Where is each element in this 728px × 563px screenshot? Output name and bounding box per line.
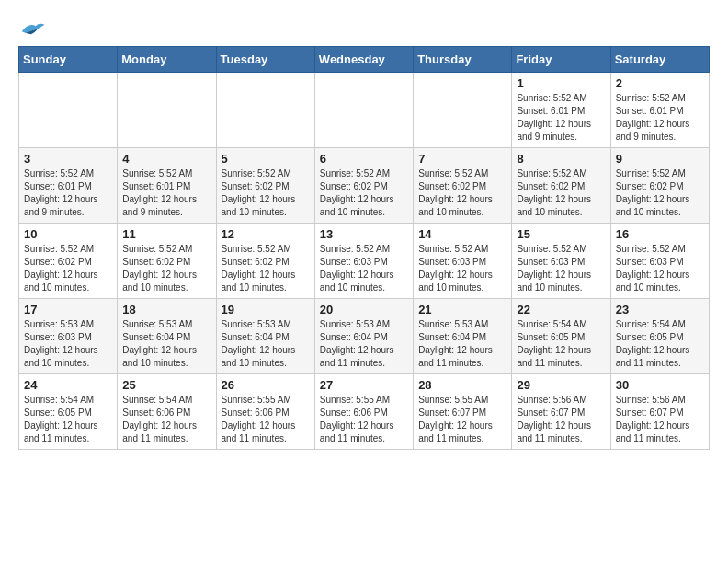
day-number: 21 bbox=[418, 303, 506, 316]
day-number: 20 bbox=[320, 303, 408, 316]
calendar-cell bbox=[19, 73, 118, 148]
day-number: 27 bbox=[320, 378, 408, 392]
day-number: 14 bbox=[418, 227, 506, 241]
day-number: 23 bbox=[616, 303, 704, 316]
day-number: 5 bbox=[222, 152, 310, 166]
calendar-cell: 7Sunrise: 5:52 AM Sunset: 6:02 PM Daylig… bbox=[414, 148, 512, 224]
calendar-cell: 19Sunrise: 5:53 AM Sunset: 6:04 PM Dayli… bbox=[216, 299, 314, 374]
day-info: Sunrise: 5:56 AM Sunset: 6:07 PM Dayligh… bbox=[517, 394, 605, 445]
day-info: Sunrise: 5:54 AM Sunset: 6:05 PM Dayligh… bbox=[517, 318, 605, 370]
day-info: Sunrise: 5:52 AM Sunset: 6:02 PM Dayligh… bbox=[122, 243, 210, 294]
day-info: Sunrise: 5:52 AM Sunset: 6:03 PM Dayligh… bbox=[320, 243, 408, 294]
day-info: Sunrise: 5:52 AM Sunset: 6:02 PM Dayligh… bbox=[616, 167, 704, 219]
calendar-week-1: 1Sunrise: 5:52 AM Sunset: 6:01 PM Daylig… bbox=[19, 73, 710, 148]
page-header bbox=[18, 18, 710, 37]
calendar-cell: 25Sunrise: 5:54 AM Sunset: 6:06 PM Dayli… bbox=[118, 374, 216, 450]
day-number: 1 bbox=[517, 76, 605, 90]
day-number: 2 bbox=[616, 76, 704, 90]
calendar-week-3: 10Sunrise: 5:52 AM Sunset: 6:02 PM Dayli… bbox=[19, 224, 710, 299]
calendar-cell: 1Sunrise: 5:52 AM Sunset: 6:01 PM Daylig… bbox=[512, 73, 610, 148]
calendar-table: SundayMondayTuesdayWednesdayThursdayFrid… bbox=[18, 46, 710, 450]
logo-bird-icon bbox=[18, 18, 46, 37]
calendar-cell bbox=[314, 73, 413, 148]
day-number: 15 bbox=[517, 227, 605, 241]
weekday-header-tuesday: Tuesday bbox=[216, 47, 314, 73]
day-number: 17 bbox=[24, 303, 112, 316]
calendar-cell: 29Sunrise: 5:56 AM Sunset: 6:07 PM Dayli… bbox=[512, 374, 610, 450]
calendar-cell: 4Sunrise: 5:52 AM Sunset: 6:01 PM Daylig… bbox=[118, 148, 216, 224]
day-info: Sunrise: 5:52 AM Sunset: 6:02 PM Dayligh… bbox=[222, 243, 310, 294]
calendar-cell: 16Sunrise: 5:52 AM Sunset: 6:03 PM Dayli… bbox=[610, 224, 709, 299]
calendar-cell: 11Sunrise: 5:52 AM Sunset: 6:02 PM Dayli… bbox=[118, 224, 216, 299]
day-info: Sunrise: 5:53 AM Sunset: 6:04 PM Dayligh… bbox=[418, 318, 506, 370]
day-number: 30 bbox=[616, 378, 704, 392]
calendar-week-2: 3Sunrise: 5:52 AM Sunset: 6:01 PM Daylig… bbox=[19, 148, 710, 224]
day-info: Sunrise: 5:52 AM Sunset: 6:01 PM Dayligh… bbox=[616, 92, 704, 144]
day-number: 24 bbox=[24, 378, 112, 392]
day-info: Sunrise: 5:52 AM Sunset: 6:01 PM Dayligh… bbox=[517, 92, 605, 144]
day-info: Sunrise: 5:52 AM Sunset: 6:02 PM Dayligh… bbox=[24, 243, 112, 294]
calendar-cell: 13Sunrise: 5:52 AM Sunset: 6:03 PM Dayli… bbox=[314, 224, 413, 299]
calendar-cell: 21Sunrise: 5:53 AM Sunset: 6:04 PM Dayli… bbox=[414, 299, 512, 374]
day-number: 4 bbox=[122, 152, 210, 166]
weekday-header-thursday: Thursday bbox=[414, 47, 512, 73]
day-info: Sunrise: 5:55 AM Sunset: 6:07 PM Dayligh… bbox=[418, 394, 506, 445]
day-info: Sunrise: 5:53 AM Sunset: 6:04 PM Dayligh… bbox=[320, 318, 408, 370]
day-number: 26 bbox=[222, 378, 310, 392]
day-info: Sunrise: 5:53 AM Sunset: 6:04 PM Dayligh… bbox=[222, 318, 310, 370]
calendar-cell: 9Sunrise: 5:52 AM Sunset: 6:02 PM Daylig… bbox=[610, 148, 709, 224]
day-number: 9 bbox=[616, 152, 704, 166]
day-number: 6 bbox=[320, 152, 408, 166]
weekday-header-monday: Monday bbox=[118, 47, 216, 73]
calendar-cell bbox=[414, 73, 512, 148]
day-info: Sunrise: 5:52 AM Sunset: 6:03 PM Dayligh… bbox=[616, 243, 704, 294]
weekday-header-saturday: Saturday bbox=[610, 47, 709, 73]
day-info: Sunrise: 5:54 AM Sunset: 6:05 PM Dayligh… bbox=[616, 318, 704, 370]
calendar-cell: 28Sunrise: 5:55 AM Sunset: 6:07 PM Dayli… bbox=[414, 374, 512, 450]
day-info: Sunrise: 5:54 AM Sunset: 6:06 PM Dayligh… bbox=[122, 394, 210, 445]
weekday-header-sunday: Sunday bbox=[19, 47, 118, 73]
day-number: 12 bbox=[222, 227, 310, 241]
day-info: Sunrise: 5:52 AM Sunset: 6:02 PM Dayligh… bbox=[320, 167, 408, 219]
day-number: 3 bbox=[24, 152, 112, 166]
calendar-cell: 10Sunrise: 5:52 AM Sunset: 6:02 PM Dayli… bbox=[19, 224, 118, 299]
calendar-cell: 26Sunrise: 5:55 AM Sunset: 6:06 PM Dayli… bbox=[216, 374, 314, 450]
calendar-cell: 17Sunrise: 5:53 AM Sunset: 6:03 PM Dayli… bbox=[19, 299, 118, 374]
day-info: Sunrise: 5:52 AM Sunset: 6:01 PM Dayligh… bbox=[122, 167, 210, 219]
day-number: 10 bbox=[24, 227, 112, 241]
day-info: Sunrise: 5:52 AM Sunset: 6:02 PM Dayligh… bbox=[517, 167, 605, 219]
day-number: 16 bbox=[616, 227, 704, 241]
day-info: Sunrise: 5:56 AM Sunset: 6:07 PM Dayligh… bbox=[616, 394, 704, 445]
calendar-cell: 27Sunrise: 5:55 AM Sunset: 6:06 PM Dayli… bbox=[314, 374, 413, 450]
calendar-cell bbox=[118, 73, 216, 148]
day-number: 19 bbox=[222, 303, 310, 316]
day-info: Sunrise: 5:53 AM Sunset: 6:03 PM Dayligh… bbox=[24, 318, 112, 370]
day-number: 28 bbox=[418, 378, 506, 392]
day-info: Sunrise: 5:55 AM Sunset: 6:06 PM Dayligh… bbox=[222, 394, 310, 445]
day-info: Sunrise: 5:54 AM Sunset: 6:05 PM Dayligh… bbox=[24, 394, 112, 445]
day-info: Sunrise: 5:52 AM Sunset: 6:03 PM Dayligh… bbox=[418, 243, 506, 294]
calendar-week-5: 24Sunrise: 5:54 AM Sunset: 6:05 PM Dayli… bbox=[19, 374, 710, 450]
day-number: 29 bbox=[517, 378, 605, 392]
calendar-cell: 2Sunrise: 5:52 AM Sunset: 6:01 PM Daylig… bbox=[610, 73, 709, 148]
calendar-cell: 22Sunrise: 5:54 AM Sunset: 6:05 PM Dayli… bbox=[512, 299, 610, 374]
calendar-cell: 3Sunrise: 5:52 AM Sunset: 6:01 PM Daylig… bbox=[19, 148, 118, 224]
calendar-cell bbox=[216, 73, 314, 148]
calendar-cell: 30Sunrise: 5:56 AM Sunset: 6:07 PM Dayli… bbox=[610, 374, 709, 450]
day-info: Sunrise: 5:52 AM Sunset: 6:02 PM Dayligh… bbox=[222, 167, 310, 219]
calendar-cell: 23Sunrise: 5:54 AM Sunset: 6:05 PM Dayli… bbox=[610, 299, 709, 374]
calendar-cell: 12Sunrise: 5:52 AM Sunset: 6:02 PM Dayli… bbox=[216, 224, 314, 299]
logo bbox=[18, 18, 50, 37]
day-number: 13 bbox=[320, 227, 408, 241]
day-number: 22 bbox=[517, 303, 605, 316]
calendar-cell: 15Sunrise: 5:52 AM Sunset: 6:03 PM Dayli… bbox=[512, 224, 610, 299]
calendar-cell: 18Sunrise: 5:53 AM Sunset: 6:04 PM Dayli… bbox=[118, 299, 216, 374]
day-info: Sunrise: 5:52 AM Sunset: 6:02 PM Dayligh… bbox=[418, 167, 506, 219]
day-info: Sunrise: 5:52 AM Sunset: 6:01 PM Dayligh… bbox=[24, 167, 112, 219]
calendar-cell: 8Sunrise: 5:52 AM Sunset: 6:02 PM Daylig… bbox=[512, 148, 610, 224]
day-number: 7 bbox=[418, 152, 506, 166]
day-info: Sunrise: 5:52 AM Sunset: 6:03 PM Dayligh… bbox=[517, 243, 605, 294]
day-info: Sunrise: 5:53 AM Sunset: 6:04 PM Dayligh… bbox=[122, 318, 210, 370]
day-number: 8 bbox=[517, 152, 605, 166]
calendar-week-4: 17Sunrise: 5:53 AM Sunset: 6:03 PM Dayli… bbox=[19, 299, 710, 374]
